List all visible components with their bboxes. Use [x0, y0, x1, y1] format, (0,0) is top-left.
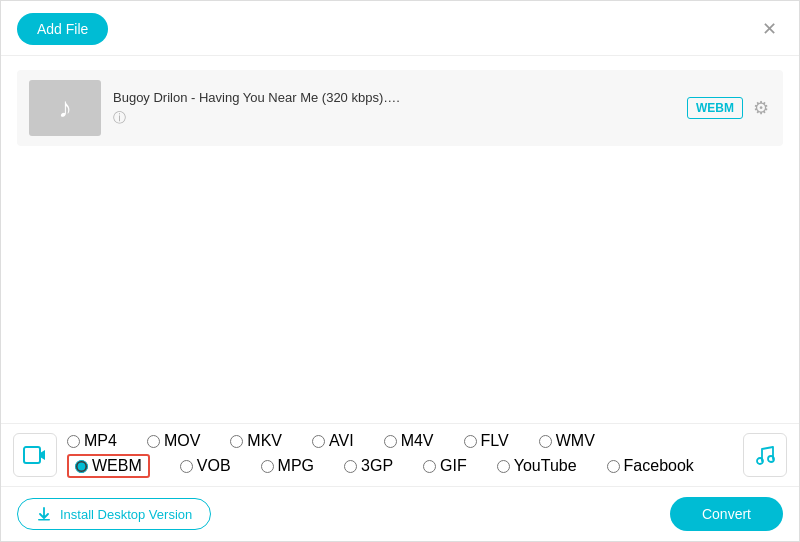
format-bar: MP4 MOV MKV AVI M4V — [1, 424, 799, 487]
format-wmv[interactable]: WMV — [539, 432, 595, 450]
file-actions: WEBM ⚙ — [687, 95, 771, 121]
format-avi[interactable]: AVI — [312, 432, 354, 450]
format-youtube[interactable]: YouTube — [497, 457, 577, 475]
format-options: MP4 MOV MKV AVI M4V — [67, 432, 735, 478]
format-facebook[interactable]: Facebook — [607, 457, 694, 475]
format-flv[interactable]: FLV — [464, 432, 509, 450]
format-3gp[interactable]: 3GP — [344, 457, 393, 475]
add-file-button[interactable]: Add File — [17, 13, 108, 45]
format-webm[interactable]: WEBM — [67, 454, 150, 478]
video-format-icon[interactable] — [13, 433, 57, 477]
content-area — [1, 160, 799, 360]
file-info: Bugoy Drilon - Having You Near Me (320 k… — [113, 90, 675, 127]
bottom-section: MP4 MOV MKV AVI M4V — [1, 423, 799, 541]
format-gif[interactable]: GIF — [423, 457, 467, 475]
format-vob[interactable]: VOB — [180, 457, 231, 475]
file-name: Bugoy Drilon - Having You Near Me (320 k… — [113, 90, 675, 105]
svg-rect-3 — [38, 519, 50, 521]
format-mov[interactable]: MOV — [147, 432, 200, 450]
settings-button[interactable]: ⚙ — [751, 95, 771, 121]
info-icon[interactable]: ⓘ — [113, 109, 675, 127]
file-item: ♪ Bugoy Drilon - Having You Near Me (320… — [17, 70, 783, 146]
format-row-2: WEBM VOB MPG 3GP GIF — [67, 454, 735, 478]
install-label: Install Desktop Version — [60, 507, 192, 522]
svg-rect-0 — [24, 447, 40, 463]
format-mp4[interactable]: MP4 — [67, 432, 117, 450]
download-icon — [36, 506, 52, 522]
footer-bar: Install Desktop Version Convert — [1, 487, 799, 541]
format-row-1: MP4 MOV MKV AVI M4V — [67, 432, 735, 450]
format-mpg[interactable]: MPG — [261, 457, 314, 475]
install-button[interactable]: Install Desktop Version — [17, 498, 211, 530]
format-badge[interactable]: WEBM — [687, 97, 743, 119]
format-m4v[interactable]: M4V — [384, 432, 434, 450]
audio-format-icon[interactable] — [743, 433, 787, 477]
file-thumbnail: ♪ — [29, 80, 101, 136]
format-mkv[interactable]: MKV — [230, 432, 282, 450]
file-list: ♪ Bugoy Drilon - Having You Near Me (320… — [1, 56, 799, 160]
close-button[interactable]: ✕ — [756, 18, 783, 40]
convert-button[interactable]: Convert — [670, 497, 783, 531]
top-bar: Add File ✕ — [1, 1, 799, 56]
music-icon: ♪ — [58, 92, 72, 124]
